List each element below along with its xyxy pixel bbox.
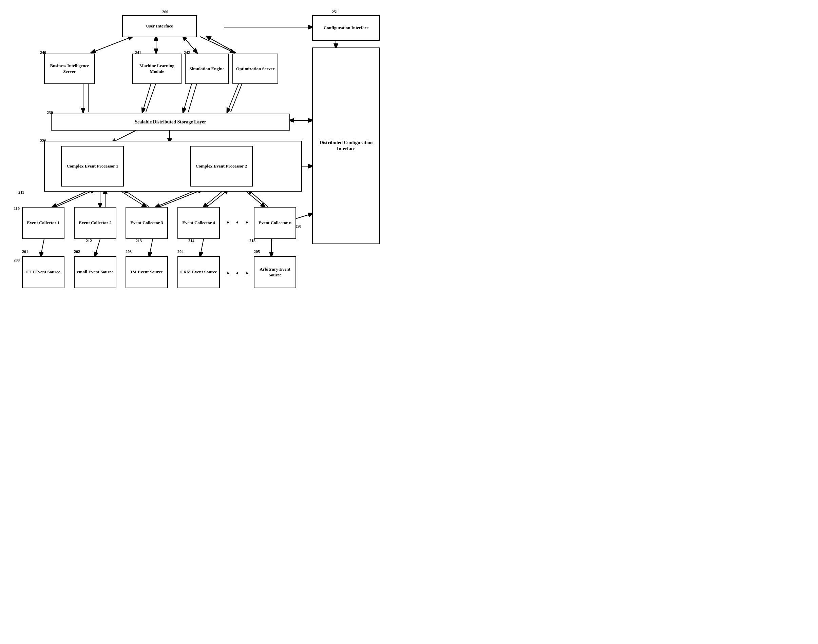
label-251: 251 xyxy=(332,9,338,15)
svg-line-39 xyxy=(200,239,204,256)
ec4-box: Event Collector 4 xyxy=(178,207,220,239)
architecture-diagram: 260 User Interface 251 Configuration Int… xyxy=(0,0,409,322)
label-204: 204 xyxy=(178,249,184,255)
label-202: 202 xyxy=(74,249,80,255)
crm-source-box: CRM Event Source xyxy=(178,256,220,288)
config-interface-box: Configuration Interface xyxy=(312,15,380,41)
machine-learning-box: Machine Learning Module xyxy=(132,54,181,84)
label-213: 213 xyxy=(136,238,142,244)
distributed-config-box: Distributed Configuration Interface xyxy=(312,48,380,244)
label-201: 201 xyxy=(22,249,28,255)
cep1-box: Complex Event Processor 1 xyxy=(61,146,124,187)
ec2-box: Event Collector 2 xyxy=(74,207,117,239)
cti-source-box: CTI Event Source xyxy=(22,256,64,288)
label-260: 260 xyxy=(162,9,168,15)
label-205: 205 xyxy=(254,249,260,255)
label-210: 210 xyxy=(14,206,20,211)
svg-line-27 xyxy=(119,190,146,207)
svg-line-3 xyxy=(92,37,132,52)
label-214: 214 xyxy=(188,238,194,244)
ec1-box: Event Collector 1 xyxy=(22,207,64,239)
dots-sources: • • • xyxy=(227,270,251,278)
dots-collectors: • • • xyxy=(227,219,251,227)
svg-line-28 xyxy=(124,190,149,207)
arbitrary-source-box: Arbitrary Event Source xyxy=(254,256,296,288)
storage-layer-box: Scalable Distributed Storage Layer xyxy=(51,113,290,130)
ec3-box: Event Collector 3 xyxy=(126,207,168,239)
label-203: 203 xyxy=(126,249,132,255)
svg-line-31 xyxy=(204,190,224,207)
svg-line-36 xyxy=(41,239,44,256)
svg-line-37 xyxy=(95,239,100,256)
label-200: 200 xyxy=(14,258,20,263)
svg-line-23 xyxy=(52,190,90,207)
optimization-server-box: Optimization Server xyxy=(232,54,278,84)
svg-line-6 xyxy=(200,37,234,52)
svg-line-7 xyxy=(207,37,236,52)
svg-line-30 xyxy=(160,190,202,207)
label-212: 212 xyxy=(86,238,92,244)
svg-line-32 xyxy=(207,190,228,207)
svg-line-24 xyxy=(56,190,94,207)
business-intelligence-box: Business Intelligence Server xyxy=(44,54,95,84)
label-211: 211 xyxy=(18,190,24,195)
cep2-box: Complex Event Processor 2 xyxy=(190,146,253,187)
im-source-box: IM Event Source xyxy=(126,256,168,288)
label-215: 215 xyxy=(249,238,255,244)
svg-line-38 xyxy=(149,239,153,256)
user-interface-box: User Interface xyxy=(122,15,197,37)
ecn-box: Event Collector n xyxy=(254,207,296,239)
email-source-box: email Event Source xyxy=(74,256,117,288)
svg-line-33 xyxy=(244,190,265,207)
svg-line-29 xyxy=(156,190,197,207)
simulation-engine-box: Simulation Engine xyxy=(185,54,229,84)
svg-line-34 xyxy=(249,190,268,207)
